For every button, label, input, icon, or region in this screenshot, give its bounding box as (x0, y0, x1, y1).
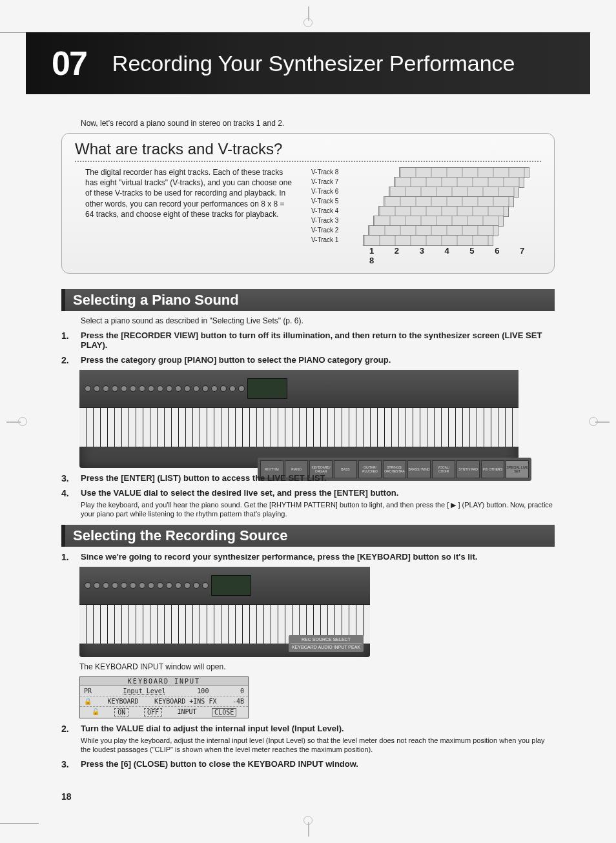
synth-diagram-source: REC SOURCE SELECTKEYBOARD AUDIO INPUT PE… (79, 567, 370, 657)
step-main: Use the VALUE dial to select the desired… (81, 488, 398, 498)
synth-diagram-piano: RHYTHMPIANOKEYBOARD/ ORGANBASSGUITAR/ PL… (79, 370, 518, 468)
vtrack-label: V-Track 8 (311, 167, 338, 177)
step-item: Press the [6] (CLOSE) button to close th… (61, 759, 555, 769)
kbd-window-note: The KEYBOARD INPUT window will open. (79, 662, 555, 673)
chapter-title: Recording Your Synthesizer Performance (112, 51, 515, 76)
track-numbers: 1 2 3 4 5 6 7 8 (369, 246, 541, 265)
chapter-banner: 07 Recording Your Synthesizer Performanc… (26, 32, 590, 94)
piano-lead: Select a piano sound as described in "Se… (81, 316, 555, 327)
vtrack-label: V-Track 4 (311, 206, 338, 216)
step-main: Press the category group [PIANO] button … (81, 355, 391, 365)
step-item: Turn the VALUE dial to adjust the intern… (61, 724, 555, 755)
sidebar-body-text: The digital recorder has eight tracks. E… (75, 167, 292, 264)
step-main: Press the [6] (CLOSE) button to close th… (81, 759, 358, 769)
chapter-number: 07 (52, 44, 87, 83)
step-main: Press the [ENTER] (LIST) button to acces… (81, 473, 327, 483)
step-item: Since we're going to record your synthes… (61, 552, 555, 562)
rec-source-callout: REC SOURCE SELECTKEYBOARD AUDIO INPUT PE… (289, 635, 364, 652)
step-sub: While you play the keyboard, adjust the … (81, 736, 555, 755)
source-steps-list: Since we're going to record your synthes… (61, 552, 555, 769)
step-item: Press the category group [PIANO] button … (61, 355, 555, 365)
vtrack-diagram: V-Track 8V-Track 7V-Track 6V-Track 5V-Tr… (311, 167, 541, 264)
section-source-title: Selecting the Recording Source (61, 525, 555, 547)
step-main: Turn the VALUE dial to adjust the intern… (81, 724, 344, 733)
step-item: Use the VALUE dial to select the desired… (61, 488, 555, 519)
vtrack-label: V-Track 5 (311, 196, 338, 206)
step-main: Press the [RECORDER VIEW] button to turn… (81, 330, 542, 350)
step-sub: Play the keyboard, and you'll hear the p… (81, 500, 555, 519)
sidebar-heading: What are tracks and V-tracks? (75, 140, 541, 158)
step-item: Press the [RECORDER VIEW] button to turn… (61, 330, 555, 350)
keyboard-input-window: KEYBOARD INPUTPRInput Level1000🔒KEYBOARD… (79, 676, 249, 718)
vtrack-label: V-Track 7 (311, 177, 338, 187)
vtrack-label: V-Track 3 (311, 216, 338, 225)
vtrack-label: V-Track 1 (311, 235, 338, 245)
page-number: 18 (61, 791, 72, 802)
piano-steps-list: Press the [RECORDER VIEW] button to turn… (61, 330, 555, 519)
step-main: Since we're going to record your synthes… (81, 552, 477, 562)
vtrack-label: V-Track 6 (311, 187, 338, 196)
intro-text: Now, let's record a piano sound in stere… (81, 119, 555, 128)
section-piano-title: Selecting a Piano Sound (61, 289, 555, 311)
vtracks-sidebar: What are tracks and V-tracks? The digita… (61, 133, 555, 274)
vtrack-label: V-Track 2 (311, 225, 338, 235)
step-item: Press the [ENTER] (LIST) button to acces… (61, 473, 555, 483)
